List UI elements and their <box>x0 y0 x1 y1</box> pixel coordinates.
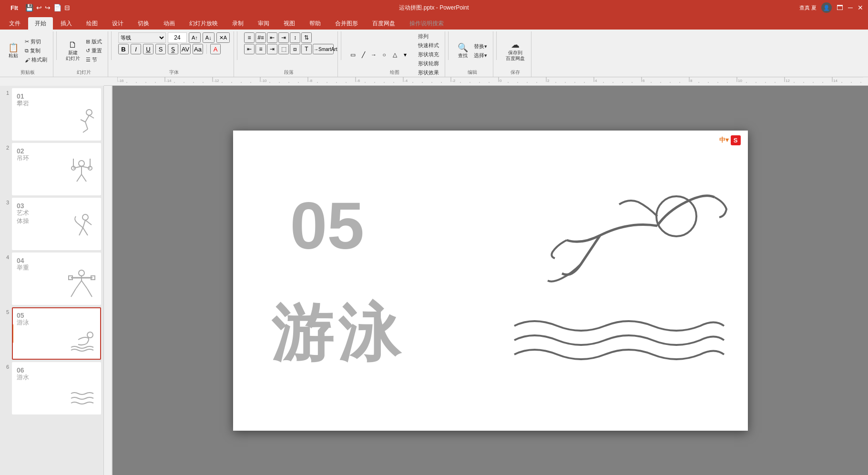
layout-icon: ⊞ <box>86 39 90 45</box>
text-direction-btn[interactable]: ⇅ <box>301 32 312 43</box>
font-size-input[interactable] <box>168 32 187 43</box>
tab-view[interactable]: 视图 <box>277 17 302 30</box>
underline-btn[interactable]: U <box>143 44 153 54</box>
indent-less-btn[interactable]: ⇤ <box>267 32 277 43</box>
font-case-btn[interactable]: Aa <box>193 44 203 54</box>
quick-style-btn[interactable]: 快速样式 <box>416 41 441 50</box>
columns-btn[interactable]: ⧈ <box>290 44 300 54</box>
decrease-font-btn[interactable]: A↓ <box>203 32 214 43</box>
window-close-btn[interactable]: ✕ <box>858 4 863 11</box>
svg-text:12: 12 <box>786 79 790 83</box>
slide-item-1[interactable]: 1 01 攀岩 <box>2 88 101 141</box>
tab-record[interactable]: 录制 <box>225 17 250 30</box>
new-slide-quick-btn[interactable]: 📄 <box>52 3 63 12</box>
undo-btn[interactable]: ↩ <box>35 3 43 12</box>
format-painter-button[interactable]: 🖌 格式刷 <box>23 56 49 64</box>
align-right-btn[interactable]: ⇥ <box>267 44 277 54</box>
arrange-btn[interactable]: 排列 <box>416 32 441 40</box>
bold-btn[interactable]: B <box>118 44 129 54</box>
shadow-btn[interactable]: S̲ <box>168 44 178 54</box>
tab-search[interactable]: 操作说明搜索 <box>403 17 450 30</box>
save-baidu-button[interactable]: ☁ 保存到百度网盘 <box>503 39 527 63</box>
tab-transition[interactable]: 切换 <box>131 17 156 30</box>
fit-button[interactable]: FIt <box>7 3 22 12</box>
active-accent <box>12 324 13 343</box>
window-restore-btn[interactable]: 🗖 <box>837 4 843 11</box>
font-family-select[interactable]: 等线 宋体 微软雅黑 <box>118 32 166 43</box>
clear-format-btn[interactable]: ✕A <box>216 32 230 43</box>
rect-tool[interactable]: ▭ <box>348 50 357 60</box>
s-badge: S <box>731 135 741 145</box>
copy-button[interactable]: ⧉ 复制 <box>23 47 49 55</box>
slide-item-3[interactable]: 3 03 艺术体操 <box>2 198 101 250</box>
new-slide-button[interactable]: 🗋 新建幻灯片 <box>63 39 82 63</box>
svg-point-130 <box>87 332 93 338</box>
numbering-btn[interactable]: #≡ <box>255 32 266 43</box>
new-slide-icon: 🗋 <box>69 40 77 49</box>
shape-fill-btn[interactable]: 形状填充 <box>416 51 441 59</box>
slide-item-6[interactable]: 6 06 游水 <box>2 362 101 414</box>
font-color-btn[interactable]: A <box>210 44 221 54</box>
reset-button[interactable]: ↺ 重置 <box>84 47 104 55</box>
tab-review[interactable]: 审阅 <box>251 17 276 30</box>
ribbon-tabs: 文件 开始 插入 绘图 设计 切换 动画 幻灯片放映 录制 审阅 视图 帮助 合… <box>0 15 868 30</box>
slide-thumb-5[interactable]: 05 游泳 <box>12 307 101 360</box>
separator-1 <box>56 31 57 60</box>
cut-button[interactable]: ✂ 剪切 <box>23 38 49 46</box>
ribbon-group-paragraph: ≡ #≡ ⇤ ⇥ ↕ ⇅ ⇤ ≡ ⇥ ⬚ ⧈ T →SmartArt 段落 <box>240 31 338 77</box>
smartart-btn[interactable]: →SmartArt <box>313 44 334 54</box>
slide-item-4[interactable]: 4 04 举重 <box>2 253 101 305</box>
align-center-btn[interactable]: ≡ <box>255 44 266 54</box>
slide-thumb-3[interactable]: 03 艺术体操 <box>12 198 101 250</box>
window-minimize-btn[interactable]: ─ <box>848 4 853 11</box>
indent-more-btn[interactable]: ⇥ <box>278 32 289 43</box>
slide-thumb-1[interactable]: 01 攀岩 <box>12 88 101 141</box>
user-avatar[interactable]: 👤 <box>821 2 832 13</box>
tab-help[interactable]: 帮助 <box>303 17 327 30</box>
more-quick-btn[interactable]: ⊟ <box>63 3 71 12</box>
tab-insert[interactable]: 插入 <box>54 17 79 30</box>
window-title: 运动拼图.pptx - PowerPoint <box>399 4 469 12</box>
shape-more[interactable]: ▾ <box>400 50 410 60</box>
replace-button[interactable]: 替换▾ <box>472 42 489 51</box>
spacing-btn[interactable]: AV <box>180 44 191 54</box>
shape-outline-btn[interactable]: 形状轮廓 <box>416 60 441 68</box>
paste-button[interactable]: 📋 粘贴 <box>6 42 21 60</box>
tab-design[interactable]: 设计 <box>105 17 130 30</box>
layout-button[interactable]: ⊞ 版式 <box>84 38 104 46</box>
slide-thumb-6[interactable]: 06 游水 <box>12 362 101 414</box>
slide-item-5[interactable]: 5 05 游泳 <box>2 307 101 360</box>
line-spacing-btn[interactable]: ↕ <box>290 32 300 43</box>
tab-baidu-pan[interactable]: 百度网盘 <box>366 17 402 30</box>
tab-slideshow[interactable]: 幻灯片放映 <box>183 17 225 30</box>
svg-line-118 <box>79 228 83 235</box>
strikethrough-btn[interactable]: S <box>155 44 166 54</box>
tab-animation[interactable]: 动画 <box>157 17 182 30</box>
slide-canvas[interactable]: 05 游泳 <box>233 131 748 431</box>
arrow-tool[interactable]: → <box>369 50 378 60</box>
ribbon-group-save: ☁ 保存到百度网盘 保存 <box>500 31 531 77</box>
increase-font-btn[interactable]: A↑ <box>189 32 201 43</box>
align-justify-btn[interactable]: ⬚ <box>278 44 289 54</box>
slide-thumb-2[interactable]: 02 吊环 <box>12 143 101 195</box>
line-tool[interactable]: ╱ <box>358 50 368 60</box>
slide-item-2[interactable]: 2 02 吊环 <box>2 143 101 195</box>
align-left-btn[interactable]: ⇤ <box>244 44 255 54</box>
tab-file[interactable]: 文件 <box>2 17 27 30</box>
bullets-btn[interactable]: ≡ <box>244 32 255 43</box>
tab-draw[interactable]: 绘图 <box>80 17 104 30</box>
find-button[interactable]: 🔍 查找 <box>455 42 470 60</box>
slide-thumb-4[interactable]: 04 举重 <box>12 253 101 305</box>
triangle-tool[interactable]: △ <box>390 50 399 60</box>
redo-btn[interactable]: ↪ <box>43 3 52 12</box>
text-box-btn[interactable]: T <box>301 44 312 54</box>
section-button[interactable]: ☰ 节 <box>84 56 104 64</box>
select-button[interactable]: 选择▾ <box>472 51 489 60</box>
tab-home[interactable]: 开始 <box>28 17 53 30</box>
save-quick-btn[interactable]: 💾 <box>24 3 35 12</box>
tab-merge-shapes[interactable]: 合并图形 <box>328 17 365 30</box>
shape-effect-btn[interactable]: 形状效果 <box>416 69 441 77</box>
italic-btn[interactable]: I <box>131 44 141 54</box>
oval-tool[interactable]: ○ <box>379 50 389 60</box>
slide4-sport: 举重 <box>17 264 29 272</box>
